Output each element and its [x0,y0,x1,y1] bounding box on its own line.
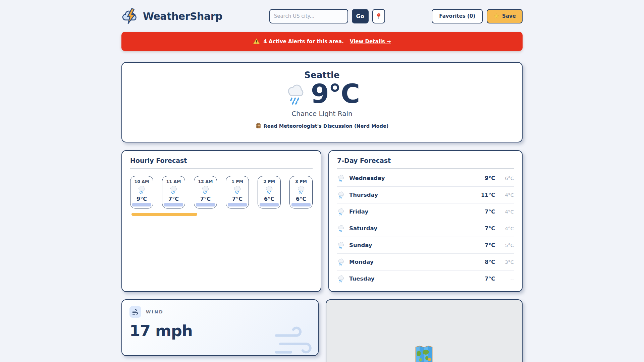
hour-time: 11 AM [162,179,185,184]
precip-bar [291,203,311,206]
day-high-temp: 7°C [485,276,495,282]
day-high-temp: 7°C [485,225,495,232]
round-pushpin-icon [375,13,382,19]
hour-time: 2 PM [258,179,280,184]
day-rows: Wednesday 9°C 6°C Thursday 11°C 4°C Frid… [337,170,514,287]
day-row: Friday 7°C 4°C [337,203,514,220]
hourly-strip: 10 AM 9°C 11 AM 7°C 12 AM 7°C [130,176,313,208]
precip-bar [132,203,151,206]
rain-cloud-icon [297,185,306,194]
hour-temp: 9°C [130,196,153,202]
day-low-temp: 3°C [500,259,514,265]
rain-cloud-icon [169,185,178,194]
day-row: Thursday 11°C 4°C [337,187,514,203]
search-input[interactable] [269,9,348,23]
hour-temp: 7°C [162,196,185,202]
day-name: Sunday [349,242,372,248]
wind-card: WIND 17 mph [121,299,319,356]
day-name: Tuesday [349,276,374,282]
current-temp-row: 9°C [122,81,522,107]
day-name: Thursday [349,192,378,198]
hour-card: 1 PM 7°C [226,176,249,208]
rain-cloud-icon [233,185,242,194]
day-high-temp: 11°C [481,192,495,198]
day-high-temp: 9°C [485,175,495,181]
precip-bar [196,203,215,206]
star-icon [493,13,499,19]
day-row: Monday 8°C 3°C [337,254,514,270]
brand-name: WeatherSharp [143,10,222,22]
page-container: WeatherSharp Go Favorites (0) Save 4 Act… [121,0,523,362]
hour-card: 3 PM 6°C [289,176,313,208]
day-low-temp: 5°C [500,243,514,248]
hour-card: 10 AM 9°C [130,176,153,208]
search-go-button[interactable]: Go [352,9,369,23]
hour-temp: 7°C [226,196,249,202]
discussion-link-label: Read Meteorologist's Discussion (Nerd Mo… [264,123,389,129]
hourly-forecast-card: Hourly Forecast 10 AM 9°C 11 AM 7°C 12 A… [121,150,321,292]
hour-temp: 7°C [194,196,217,202]
precip-bar [228,203,247,206]
notebook-icon [256,123,261,129]
hourly-forecast-title: Hourly Forecast [130,157,313,169]
day-high-temp: 7°C [485,242,495,248]
rain-cloud-icon [265,185,274,194]
hour-card: 12 AM 7°C [194,176,217,208]
radar-map-card[interactable] [326,299,523,362]
wind-lines-icon [132,308,139,316]
hour-time: 3 PM [290,179,312,184]
hourly-scrollbar-track[interactable] [130,213,313,216]
rain-cloud-icon [201,185,210,194]
save-button-label: Save [502,13,516,19]
favorites-button[interactable]: Favorites (0) [432,9,483,23]
current-conditions-card: Seattle 9°C Chance Light Rain Read Meteo… [121,62,523,142]
bottom-row: WIND 17 mph [121,299,523,362]
day-high-temp: 7°C [485,208,495,215]
seven-day-forecast-title: 7-Day Forecast [337,157,514,169]
day-low-temp: 4°C [500,192,514,198]
day-high-temp: 8°C [485,259,495,265]
rain-cloud-icon [337,275,345,283]
current-condition-text: Chance Light Rain [122,110,522,118]
top-bar: WeatherSharp Go Favorites (0) Save [121,8,523,24]
forecast-columns: Hourly Forecast 10 AM 9°C 11 AM 7°C 12 A… [121,150,523,292]
brand-name-secondary: Sharp [190,10,222,22]
hour-time: 10 AM [130,179,153,184]
alert-message: 4 Active Alerts for this area. [263,39,343,45]
rain-cloud-icon [337,191,345,199]
geolocate-pin-button[interactable] [372,9,385,23]
wind-icon-badge [129,306,141,318]
day-name: Saturday [349,225,377,232]
rain-cloud-icon [337,208,345,216]
rain-cloud-icon [337,258,345,266]
rain-cloud-icon [137,185,146,194]
active-alerts-banner: 4 Active Alerts for this area. View Deta… [121,32,523,51]
meteorologist-discussion-link[interactable]: Read Meteorologist's Discussion (Nerd Mo… [256,123,389,129]
hour-time: 1 PM [226,179,249,184]
header-actions: Favorites (0) Save [432,9,523,23]
cloud-lightning-icon [121,8,140,24]
precip-bar [164,203,183,206]
day-low-temp: 4°C [500,226,514,231]
wind-label: WIND [146,309,164,314]
brand-logo: WeatherSharp [121,8,222,24]
save-button[interactable]: Save [487,9,523,23]
brand-name-primary: Weather [143,10,190,22]
hour-time: 12 AM [194,179,217,184]
day-low-temp: 4°C [500,209,514,215]
rain-cloud-icon [337,241,345,249]
day-low-temp: -- [500,276,514,282]
hour-temp: 6°C [290,196,312,202]
day-row: Wednesday 9°C 6°C [337,170,514,187]
current-temperature: 9°C [311,81,360,107]
alert-view-details-link[interactable]: View Details → [350,39,391,45]
world-map-icon [413,344,435,362]
day-row: Saturday 7°C 4°C [337,220,514,237]
precip-bar [260,203,279,206]
day-low-temp: 6°C [500,176,514,181]
hourly-scrollbar-thumb[interactable] [131,213,197,216]
warning-triangle-icon [253,38,260,45]
seven-day-forecast-card: 7-Day Forecast Wednesday 9°C 6°C Thursda… [328,150,523,292]
day-name: Monday [349,259,374,265]
hour-card: 2 PM 6°C [258,176,281,208]
